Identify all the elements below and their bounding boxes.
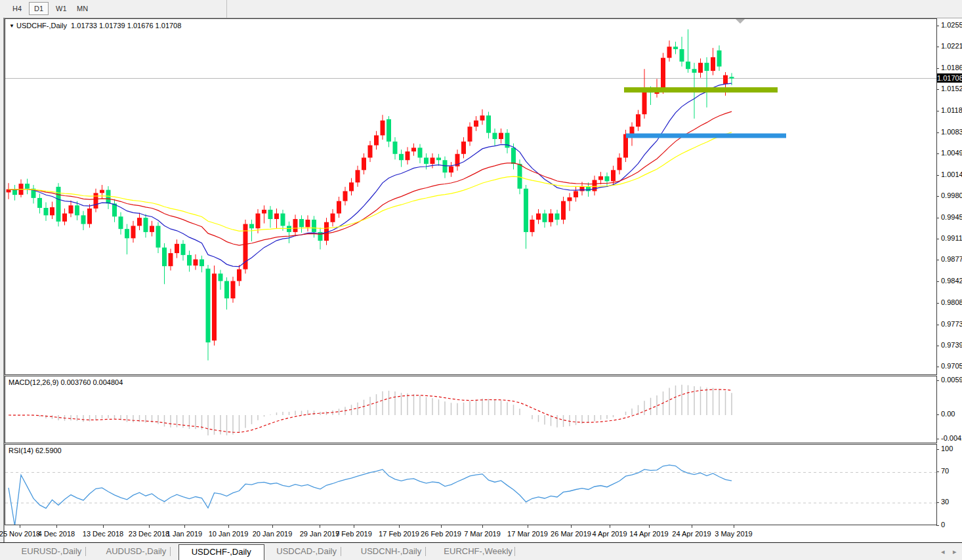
- date-tick-mark: [56, 525, 57, 528]
- date-tick-label: 17 Feb 2019: [379, 530, 419, 538]
- terminal-window: H4D1W1MN ▼ USDCHF-,Daily 1.01733 1.01739…: [0, 0, 962, 560]
- macd-tick-label: 0.00: [941, 410, 955, 418]
- macd-name: MACD(12,26,9): [9, 378, 58, 386]
- date-tick-mark: [272, 525, 273, 528]
- price-tick-mark: [936, 47, 939, 47]
- rsi-tick-label: 0: [941, 521, 945, 529]
- tab-scroll-left-icon[interactable]: ◂: [941, 548, 945, 556]
- price-tick-label: 0.98080: [941, 298, 962, 306]
- window-splitter[interactable]: [0, 18, 5, 542]
- timeframe-toolbar: H4D1W1MN: [0, 0, 962, 18]
- macd-panel[interactable]: [5, 376, 937, 443]
- tab-separator: [425, 547, 426, 556]
- rsi-panel[interactable]: [5, 444, 937, 525]
- macd-values: 0.003760 0.004804: [60, 378, 123, 386]
- quote-open: 1.01733: [71, 22, 97, 30]
- toolbar-divider: [226, 0, 227, 18]
- date-tick-mark: [610, 525, 610, 528]
- symbol-tab-usdcad[interactable]: USDCAD-,Daily: [264, 545, 349, 558]
- date-tick-mark: [354, 525, 354, 528]
- macd-tick-label: 0.00597: [941, 376, 962, 384]
- price-tick-label: 1.00140: [941, 170, 962, 178]
- chart-title: ▼ USDCHF-,Daily 1.01733 1.01739 1.01676 …: [9, 22, 181, 30]
- price-tick-label: 1.00490: [941, 149, 962, 157]
- price-tick-mark: [936, 111, 939, 111]
- price-tick-label: 0.97730: [941, 320, 962, 328]
- date-tick-label: 14 Apr 2019: [629, 530, 668, 538]
- date-tick-mark: [103, 525, 104, 528]
- quote-close: 1.01708: [156, 22, 182, 30]
- date-tick-mark: [482, 525, 483, 528]
- timeframe-tab-d1[interactable]: D1: [29, 2, 49, 15]
- date-tick-mark: [320, 525, 320, 528]
- price-tick-mark: [936, 175, 939, 176]
- support-rectangle[interactable]: [626, 133, 786, 138]
- symbol-tab-eurusd[interactable]: EURUSD-,Daily: [9, 545, 94, 558]
- rsi-tick-label: 70: [941, 467, 949, 475]
- price-tick-label: 0.97390: [941, 341, 962, 349]
- price-tick-label: 0.98420: [941, 277, 962, 285]
- tab-scroll-right-icon[interactable]: ▸: [953, 548, 957, 556]
- price-tick-label: 1.00830: [941, 128, 962, 136]
- date-tick-label: 20 Jan 2019: [253, 530, 293, 538]
- timeframe-tab-w1[interactable]: W1: [51, 3, 72, 14]
- price-tick-label: 1.02550: [941, 21, 962, 29]
- rsi-tick-mark: [936, 449, 939, 450]
- price-tick-label: 0.98770: [941, 255, 962, 263]
- timeframe-tab-mn[interactable]: MN: [72, 3, 93, 14]
- price-tick-label: 1.01520: [941, 85, 962, 92]
- date-tick-label: 4 Dec 2018: [38, 530, 75, 538]
- date-tick-label: 26 Mar 2019: [551, 530, 591, 538]
- rsi-tick-mark: [936, 525, 939, 526]
- price-tick-mark: [936, 346, 939, 346]
- price-tick-mark: [936, 303, 939, 304]
- rsi-name: RSI(14): [9, 447, 33, 454]
- tab-separator: [341, 547, 341, 556]
- date-tick-mark: [20, 525, 20, 528]
- date-tick-label: 26 Feb 2019: [421, 530, 461, 538]
- collapse-arrow-icon[interactable]: ▼: [9, 23, 14, 29]
- rsi-indicator-label: RSI(14) 62.5900: [9, 447, 62, 454]
- price-tick-label: 1.01860: [941, 64, 962, 71]
- date-tick-mark: [528, 525, 528, 528]
- resistance-rectangle[interactable]: [624, 87, 778, 92]
- symbol-tab-eurchf[interactable]: EURCHF-,Weekly: [434, 545, 523, 558]
- date-tick-label: 4 Apr 2019: [592, 530, 627, 538]
- date-tick-label: 29 Jan 2019: [300, 530, 340, 538]
- price-tick-mark: [936, 153, 939, 154]
- candlestick-chart: [5, 19, 936, 374]
- date-tick-mark: [571, 525, 572, 528]
- tab-separator: [85, 547, 86, 556]
- rsi-chart: [5, 445, 936, 525]
- price-tick-mark: [936, 196, 939, 197]
- date-tick-mark: [228, 525, 229, 528]
- macd-tick-mark: [936, 380, 939, 381]
- price-tick-label: 0.99110: [941, 234, 962, 242]
- date-tick-mark: [184, 525, 185, 528]
- chart-shift-marker-icon[interactable]: [736, 19, 745, 24]
- price-tick-mark: [936, 239, 939, 239]
- symbol-tab-usdchf[interactable]: USDCHF-,Daily: [178, 544, 264, 560]
- price-tick-mark: [936, 132, 939, 133]
- date-tick-label: 17 Mar 2019: [507, 530, 548, 538]
- date-tick-label: 24 Apr 2019: [672, 530, 711, 538]
- rsi-value: 62.5900: [35, 447, 62, 454]
- price-tick-label: 1.01180: [941, 106, 962, 114]
- price-tick-label: 1.02210: [941, 42, 962, 50]
- date-tick-label: 7 Feb 2019: [335, 530, 372, 538]
- price-tick-label: 0.99800: [941, 191, 962, 199]
- symbol-tab-usdcnh[interactable]: USDCNH-,Daily: [349, 545, 434, 558]
- date-tick-mark: [734, 525, 734, 528]
- timeframe-tab-h4[interactable]: H4: [8, 3, 26, 14]
- price-tick-label: 0.97050: [941, 362, 962, 370]
- date-tick-mark: [692, 525, 692, 528]
- date-tick-label: 1 Jan 2019: [167, 530, 202, 538]
- symbol-tab-audusd[interactable]: AUDUSD-,Daily: [94, 545, 178, 558]
- macd-tick-label: -0.004243: [941, 434, 962, 442]
- date-tick-label: 23 Dec 2018: [129, 530, 169, 538]
- price-chart-panel[interactable]: [5, 18, 937, 375]
- date-tick-label: 10 Jan 2019: [209, 530, 249, 538]
- date-tick-label: 13 Dec 2018: [83, 530, 123, 538]
- price-tick-label: 0.99450: [941, 213, 962, 221]
- price-tick-mark: [936, 26, 939, 26]
